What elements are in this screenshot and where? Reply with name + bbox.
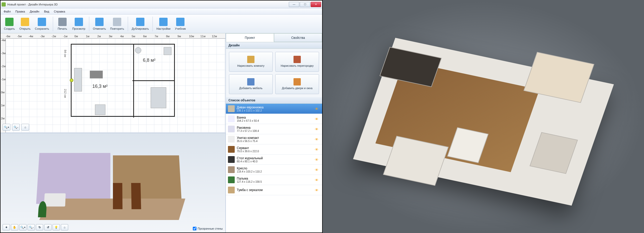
ruler-tick: 0м (74, 35, 78, 38)
toolbar-повторить[interactable]: Повторить (109, 17, 126, 31)
furniture-washer[interactable] (164, 47, 171, 55)
design-button[interactable]: Нарисовать перегородку (275, 52, 319, 72)
selection-handle[interactable] (70, 78, 73, 82)
ruler-tick: -4м (29, 35, 33, 38)
room-1[interactable]: 16,3 м² (72, 45, 134, 118)
toolbar-печать[interactable]: Печать (55, 17, 70, 31)
titlebar[interactable]: Новый проект - Дизайн Интерьера 3D — ☐ ✕ (1, 1, 322, 8)
menu-view[interactable]: Вид (42, 9, 51, 14)
visibility-toggle-icon[interactable]: 👁 (315, 148, 320, 151)
object-list-item[interactable]: Стол журнальный80.4 x 80.1 x 40.0👁 (226, 155, 322, 165)
object-list-item[interactable]: Ванна154.2 x 67.5 x 50.4👁 (226, 114, 322, 124)
object-list-item[interactable]: Тумба с зеркалом👁 (226, 185, 322, 195)
hand-icon: ✋ (13, 226, 16, 229)
toolbar-открыть[interactable]: Открыть (18, 17, 32, 31)
menu-help[interactable]: Справка (52, 9, 67, 14)
toolbar-label: Настройки (156, 27, 170, 30)
tool-pan[interactable]: ✋ (11, 224, 18, 230)
visibility-toggle-icon[interactable]: 👁 (315, 137, 320, 141)
close-button[interactable]: ✕ (311, 2, 321, 7)
menu-file[interactable]: Файл (2, 9, 13, 14)
tool-light[interactable]: 💡 (53, 224, 60, 230)
object-list-item[interactable]: Кресло118.4 x 103.2 x 110.2👁 (226, 165, 322, 175)
design-button[interactable]: Добавить двери и окна (275, 74, 319, 94)
zoom-in-button[interactable]: 🔍+ (3, 124, 10, 131)
menu-design[interactable]: Дизайн (28, 9, 41, 14)
zoom-in-3d[interactable]: 🔍+ (19, 224, 27, 230)
ruler-tick: 0м (1, 91, 5, 94)
toolbar-label: Дублировать (132, 27, 149, 30)
tool-rotate-ccw[interactable]: ↺ (44, 224, 52, 230)
object-list-item[interactable]: Сервант79.0 x 39.6 x 222.0👁 (226, 144, 322, 155)
zoom-in-icon: 🔍+ (20, 226, 25, 229)
visibility-toggle-icon[interactable]: 👁 (315, 188, 320, 192)
furniture-sink[interactable] (135, 47, 141, 53)
design-button[interactable]: Нарисовать комнату (229, 52, 273, 72)
room-3d-model[interactable] (30, 148, 196, 220)
furniture-shelf[interactable] (74, 68, 82, 91)
floorplan[interactable]: 16,3 м² 6,8 м² 84 см 212 см (71, 44, 175, 117)
door-3d-1[interactable] (113, 183, 123, 209)
wall-right (113, 155, 182, 204)
design-button[interactable]: Добавить мебель (229, 74, 273, 94)
object-list-item[interactable]: Унитаз компакт35.6 x 56.5 x 75.4👁 (226, 134, 322, 144)
door-3d-2[interactable] (131, 183, 141, 209)
печать-icon (58, 18, 67, 26)
home-button[interactable]: ⌂ (21, 124, 29, 131)
ruler-tick: -3м (1, 52, 5, 55)
workspace: -6м-5м-4м-3м-2м-1м0м1м2м3м4м5м6м7м8м9м10… (1, 33, 322, 232)
plan-view-2d[interactable]: -6м-5м-4м-3м-2м-1м0м1м2м3м4м5м6м7м8м9м10… (1, 33, 225, 133)
object-icon (228, 176, 235, 183)
toolbar-настройки[interactable]: Настройки (155, 17, 172, 31)
object-icon (228, 166, 235, 173)
отменить-icon (95, 18, 104, 26)
toolbar-отменить[interactable]: Отменить (91, 17, 107, 31)
object-list-item[interactable]: Пальма127.4 x 116.2 x 158.5👁 (226, 175, 322, 185)
design-button-icon (247, 78, 254, 85)
ruler-tick: 1м (86, 35, 90, 38)
toolbar-создать[interactable]: Создать (2, 17, 17, 31)
object-name: Тумба с зеркалом (237, 188, 313, 192)
visibility-toggle-icon[interactable]: 👁 (315, 117, 320, 121)
toolbar-дублировать[interactable]: Дублировать (130, 17, 150, 31)
home-3d-button[interactable]: ⌂ (61, 224, 68, 230)
visibility-toggle-icon[interactable]: 👁 (315, 127, 320, 131)
room-2[interactable]: 6,8 м² (132, 45, 174, 81)
minimize-button[interactable]: — (289, 2, 299, 7)
panel-tabs: Проект Свойства (226, 33, 322, 42)
furniture-sofa[interactable] (90, 71, 103, 78)
открыть-icon (21, 18, 29, 26)
zoom-out-3d[interactable]: 🔍- (28, 224, 35, 230)
visibility-toggle-icon[interactable]: 👁 (315, 178, 320, 182)
sofa-3d[interactable] (44, 193, 66, 206)
toolbar-просмотр[interactable]: Просмотр (71, 17, 87, 31)
menu-edit[interactable]: Правка (13, 9, 27, 14)
object-icon (228, 126, 235, 132)
objects-list[interactable]: Диван еврокнижка235.1 x 113.1 x 102.2👁Ва… (226, 104, 322, 232)
visibility-toggle-icon[interactable]: 👁 (315, 168, 320, 171)
transparent-walls-checkbox[interactable] (193, 227, 196, 230)
tab-properties[interactable]: Свойства (274, 33, 322, 42)
object-name: Унитаз компакт (237, 136, 313, 140)
transparent-walls-toggle[interactable]: Прозрачные стены (193, 227, 223, 230)
app-icon (2, 2, 6, 7)
design-button-icon (247, 56, 254, 63)
orbit-icon: ✦ (5, 226, 8, 229)
zoom-out-button[interactable]: 🔍- (12, 124, 20, 131)
object-list-item[interactable]: Диван еврокнижка235.1 x 113.1 x 102.2👁 (226, 104, 322, 114)
transparent-walls-label: Прозрачные стены (198, 227, 223, 230)
room2-area-label: 6,8 м² (143, 58, 155, 63)
toolbar-сохранить[interactable]: Сохранить (33, 17, 51, 31)
furniture-table[interactable] (95, 105, 105, 115)
object-list-item[interactable]: Раковина77.3 x 57.2 x 108.4👁 (226, 124, 322, 134)
preview-3d[interactable]: ✦ ✋ 🔍+ 🔍- ↻ ↺ 💡 ⌂ Прозрачные стены (1, 133, 225, 232)
toolbar-учебник[interactable]: Учебник (173, 17, 188, 31)
toolbar-separator (128, 17, 128, 31)
visibility-toggle-icon[interactable]: 👁 (315, 107, 320, 111)
furniture-bath[interactable] (151, 87, 166, 108)
tool-rotate-cw[interactable]: ↻ (36, 224, 43, 230)
tool-orbit[interactable]: ✦ (3, 224, 10, 230)
visibility-toggle-icon[interactable]: 👁 (315, 158, 320, 161)
tab-project[interactable]: Проект (226, 33, 274, 42)
maximize-button[interactable]: ☐ (300, 2, 310, 7)
